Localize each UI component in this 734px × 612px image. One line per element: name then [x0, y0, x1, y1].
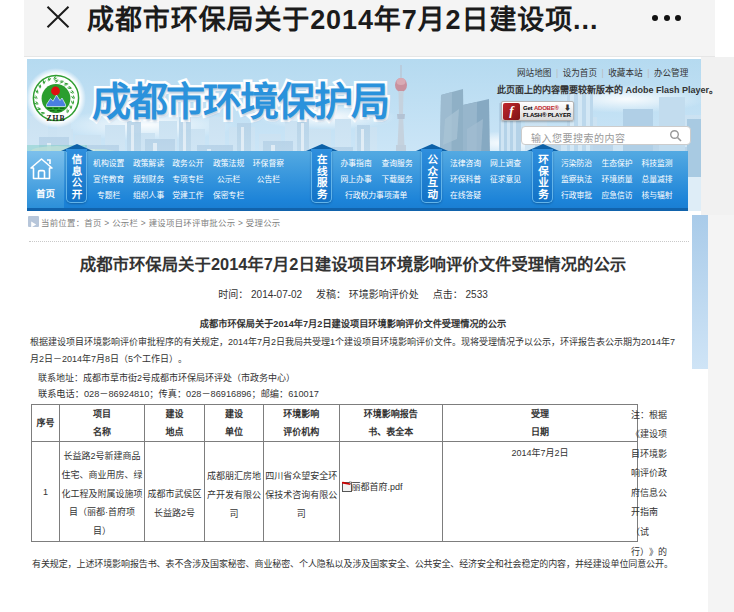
- svg-text:ZHB: ZHB: [46, 114, 65, 123]
